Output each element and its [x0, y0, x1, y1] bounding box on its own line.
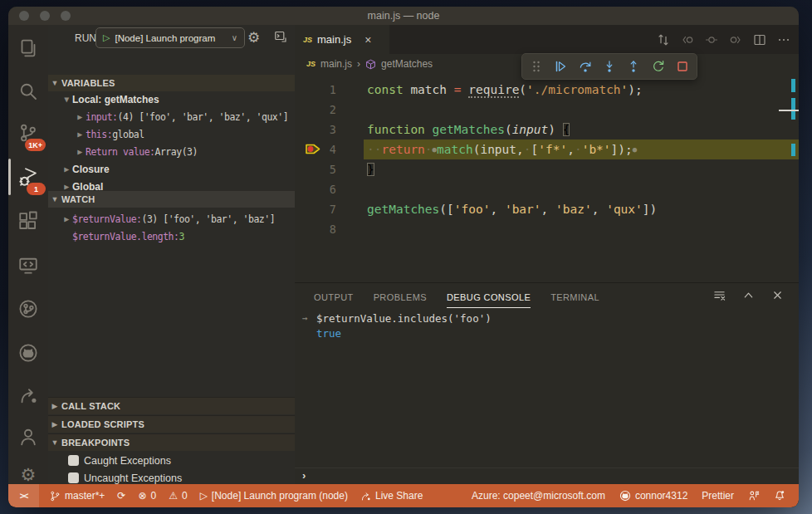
- activity-item-github-pull-requests[interactable]: [8, 292, 48, 326]
- breadcrumb-symbol[interactable]: getMatches: [381, 58, 433, 70]
- line-number[interactable]: 8: [295, 219, 336, 239]
- code-line[interactable]: 6: [295, 179, 799, 199]
- line-number[interactable]: 6: [295, 179, 336, 199]
- watch-row[interactable]: $returnValue.length: 3: [48, 228, 295, 245]
- tab-main-js[interactable]: JS main.js ×: [295, 25, 389, 54]
- line-text: function getMatches(input) {: [367, 120, 570, 140]
- start-debug-icon[interactable]: ▷: [103, 32, 110, 43]
- activity-item-explorer[interactable]: [8, 32, 48, 65]
- step-out-button[interactable]: [627, 60, 640, 73]
- explorer-icon: [18, 38, 38, 58]
- restart-button[interactable]: [652, 60, 665, 73]
- debug-step-back-icon[interactable]: [705, 33, 718, 47]
- activity-item-search[interactable]: [8, 75, 48, 108]
- vscode-window: main.js — node 1K+1⚙ RUN ▷ [Node] Launch…: [8, 7, 799, 507]
- variable-row[interactable]: ▶Return value: Array(3): [48, 143, 295, 160]
- status-formatter[interactable]: Prettier: [702, 490, 734, 502]
- status-git-branch[interactable]: master*+: [50, 490, 105, 502]
- scope-row[interactable]: ▶Closure: [48, 160, 295, 178]
- scope-row[interactable]: ▼Local: getMatches: [48, 91, 295, 108]
- error-icon: ⊗: [138, 490, 146, 502]
- remote-indicator[interactable]: ><: [8, 484, 39, 507]
- overview-ruler-mark: [791, 98, 795, 120]
- debug-console-input[interactable]: ›: [295, 467, 799, 484]
- stop-button[interactable]: [676, 60, 689, 73]
- panel-tab-debug-console[interactable]: DEBUG CONSOLE: [447, 285, 531, 310]
- status-azure-account[interactable]: Azure: copeet@microsoft.com: [472, 490, 605, 502]
- configure-gear-icon[interactable]: ⚙: [247, 29, 260, 47]
- panel-tab-problems[interactable]: PROBLEMS: [374, 285, 427, 310]
- close-tab-icon[interactable]: ×: [364, 33, 371, 47]
- console-entry-prompt: →: [302, 311, 308, 326]
- breakpoint-checkbox[interactable]: [68, 472, 79, 483]
- close-panel-icon[interactable]: [771, 289, 784, 301]
- breadcrumb-separator: ›: [357, 58, 360, 70]
- status-warnings[interactable]: ⚠0: [169, 490, 187, 502]
- line-number[interactable]: 1: [295, 80, 336, 100]
- line-number[interactable]: 3: [295, 120, 336, 140]
- status-debug-launch[interactable]: ▷[Node] Launch program (node): [200, 490, 348, 502]
- line-text: ··return·●match(input,·['f*',·'b*']);●: [364, 140, 637, 159]
- more-actions-icon[interactable]: [777, 33, 790, 47]
- code-editor[interactable]: 1const match = require('./micromatch');2…: [295, 74, 799, 282]
- variables-header-label: VARIABLES: [61, 78, 115, 88]
- variables-section-header[interactable]: ▼ VARIABLES: [48, 75, 295, 91]
- status-errors[interactable]: ⊗0: [138, 490, 156, 502]
- status-notifications[interactable]: [774, 490, 785, 502]
- code-line[interactable]: 3function getMatches(input) {: [295, 120, 799, 140]
- clear-console-icon[interactable]: [713, 289, 726, 301]
- loaded-scripts-header-label: LOADED SCRIPTS: [61, 419, 144, 429]
- code-line[interactable]: 5}: [295, 159, 799, 179]
- status-sync[interactable]: ⟳: [117, 490, 125, 502]
- call-stack-section-header[interactable]: ▶ CALL STACK: [48, 397, 295, 414]
- panel-tab-output[interactable]: OUTPUT: [314, 285, 354, 310]
- maximize-panel-icon[interactable]: [742, 289, 755, 301]
- activity-item-extensions[interactable]: [8, 204, 48, 237]
- status-feedback[interactable]: [748, 490, 760, 502]
- line-number[interactable]: 5: [295, 159, 336, 179]
- step-over-button[interactable]: [579, 60, 592, 73]
- line-number[interactable]: 4: [295, 140, 336, 159]
- watch-header-label: WATCH: [61, 194, 95, 204]
- code-line[interactable]: 1const match = require('./micromatch');: [295, 80, 799, 100]
- code-line[interactable]: 7getMatches(['foo', 'bar', 'baz', 'qux']…: [295, 199, 799, 219]
- breakpoint-row[interactable]: Uncaught Exceptions: [48, 469, 295, 484]
- variable-row[interactable]: ▶input: (4) ['foo', 'bar', 'baz', 'qux']: [48, 108, 295, 125]
- debug-step-forward-icon[interactable]: [729, 33, 742, 47]
- activity-item-live-share[interactable]: [8, 379, 48, 412]
- tab-strip: JS main.js ×: [295, 25, 799, 54]
- breakpoint-checkbox[interactable]: [68, 455, 79, 466]
- open-changes-icon[interactable]: [657, 33, 670, 47]
- split-editor-icon[interactable]: [753, 33, 766, 47]
- breakpoints-section-header[interactable]: ▼ BREAKPOINTS: [48, 433, 295, 451]
- breadcrumb-file[interactable]: main.js: [320, 58, 352, 70]
- watch-expression: $returnValue.length:: [72, 231, 179, 242]
- debug-console-output[interactable]: →$returnValue.includes('foo')true: [295, 311, 799, 341]
- breakpoint-row[interactable]: Caught Exceptions: [48, 452, 295, 469]
- debug-console-toggle-icon[interactable]: [274, 30, 287, 43]
- activity-item-run-debug[interactable]: 1: [8, 160, 48, 193]
- line-number[interactable]: 2: [295, 100, 336, 120]
- step-into-button[interactable]: [603, 60, 616, 73]
- drag-grip-handle[interactable]: [530, 60, 543, 73]
- javascript-file-icon: JS: [303, 36, 312, 44]
- loaded-scripts-section-header[interactable]: ▶ LOADED SCRIPTS: [48, 415, 295, 433]
- activity-item-source-control[interactable]: 1K+: [8, 116, 48, 149]
- panel-tab-terminal[interactable]: TERMINAL: [550, 285, 599, 310]
- activity-item-github[interactable]: [8, 336, 48, 370]
- status-live-share[interactable]: Live Share: [360, 490, 423, 502]
- code-line[interactable]: 2: [295, 100, 799, 120]
- continue-button[interactable]: [554, 60, 567, 73]
- line-number[interactable]: 7: [295, 199, 336, 219]
- debug-reverse-continue-icon[interactable]: [681, 33, 694, 47]
- code-line[interactable]: 4··return·●match(input,·['f*',·'b*']);●: [295, 140, 799, 159]
- activity-item-accounts[interactable]: [8, 420, 48, 453]
- launch-config-dropdown[interactable]: ▷ [Node] Launch program ∨: [95, 27, 245, 48]
- title-bar: main.js — node: [8, 7, 799, 25]
- code-line[interactable]: 8: [295, 219, 799, 239]
- watch-section-header[interactable]: ▼ WATCH: [48, 191, 295, 208]
- variable-row[interactable]: ▶this: global: [48, 125, 295, 143]
- status-github-account[interactable]: connor4312: [619, 490, 687, 502]
- activity-item-remote-explorer[interactable]: [8, 249, 48, 282]
- watch-row[interactable]: ▶$returnValue: (3) ['foo', 'bar', 'baz']: [48, 210, 295, 228]
